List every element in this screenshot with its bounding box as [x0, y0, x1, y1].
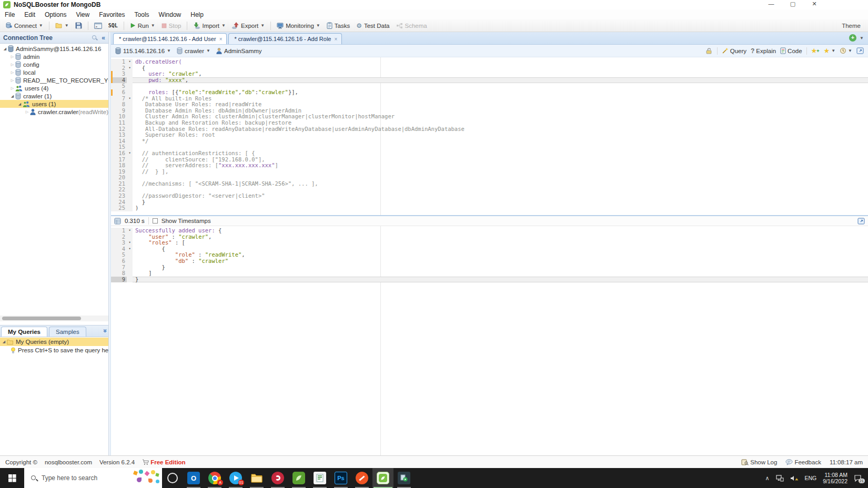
minimize-button[interactable]: —: [766, 1, 776, 7]
taskbar-app-explorer-icon[interactable]: [246, 468, 267, 488]
taskbar-search-box[interactable]: Type here to search: [24, 468, 162, 488]
taskbar-app-app-teal-icon[interactable]: [393, 468, 415, 488]
connect-button[interactable]: Connect▼: [2, 21, 46, 30]
collapsed-arrow-icon[interactable]: ▷: [9, 70, 15, 75]
expanded-arrow-icon[interactable]: ◢: [1, 340, 7, 344]
import-button[interactable]: Import▼: [190, 21, 229, 30]
breadcrumb-database[interactable]: crawler▼: [177, 47, 210, 54]
editor-tab-2[interactable]: * crawler@115.146.126.16 - Add Role×: [228, 33, 342, 44]
breadcrumb-server[interactable]: 115.146.126.16▼: [115, 47, 171, 54]
schema-button[interactable]: Schema: [393, 22, 430, 30]
close-button[interactable]: ✕: [809, 1, 820, 7]
expanded-arrow-icon[interactable]: ◢: [2, 47, 8, 51]
collapse-sidebar-icon[interactable]: «: [102, 34, 105, 42]
taskbar-app-app-red-icon[interactable]: [267, 468, 288, 488]
show-log-button[interactable]: Show Log: [741, 459, 777, 465]
maximize-results-icon[interactable]: [857, 218, 865, 225]
fold-arrow-icon[interactable]: ▾: [127, 96, 133, 102]
code-button[interactable]: Code: [780, 47, 802, 54]
search-icon[interactable]: [92, 35, 97, 40]
stop-button[interactable]: Stop: [158, 22, 185, 30]
menu-item-view[interactable]: View: [71, 11, 94, 18]
test-data-button[interactable]: ⚙ Test Data: [353, 22, 392, 30]
history-button[interactable]: ▼: [840, 47, 852, 54]
sql-button[interactable]: SQL: [105, 22, 121, 29]
tab-close-icon[interactable]: ×: [335, 36, 338, 42]
tree-item-users-1[interactable]: ◢users (1): [0, 100, 108, 108]
tab-close-icon[interactable]: ×: [219, 36, 223, 42]
free-edition-badge[interactable]: Free Edition: [142, 459, 185, 465]
start-button[interactable]: [0, 468, 24, 488]
open-button[interactable]: ▼: [52, 22, 72, 29]
tree-item-local[interactable]: ▷local: [0, 68, 108, 76]
breadcrumb-user[interactable]: AdminSammy: [216, 48, 262, 54]
language-indicator[interactable]: ENG: [805, 475, 817, 481]
taskbar-app-app-green-icon[interactable]: [288, 468, 309, 488]
query-button[interactable]: Query: [722, 47, 746, 54]
save-button[interactable]: [72, 21, 85, 30]
queries-hint-item[interactable]: Press Ctrl+S to save the query here: [0, 346, 108, 354]
fold-arrow-icon[interactable]: ▾: [127, 246, 133, 252]
fold-arrow-icon[interactable]: ▾: [127, 228, 133, 234]
queries-tab-samples[interactable]: Samples: [49, 327, 86, 337]
taskbar-app-telegram-icon[interactable]: 01: [225, 468, 246, 488]
taskbar-app-cortana-icon[interactable]: [162, 468, 183, 488]
tasks-button[interactable]: Tasks: [324, 21, 353, 30]
fold-arrow-icon[interactable]: ▾: [127, 150, 133, 157]
collapsed-arrow-icon[interactable]: ▷: [9, 55, 15, 59]
maximize-button[interactable]: ▢: [788, 1, 798, 7]
expanded-arrow-icon[interactable]: ◢: [17, 102, 23, 106]
tree-item-admin[interactable]: ▷admin: [0, 53, 108, 60]
network-icon[interactable]: [776, 475, 784, 482]
collapsed-arrow-icon[interactable]: ▷: [24, 110, 30, 114]
taskbar-app-notepad-icon[interactable]: [309, 468, 330, 488]
tab-list-dropdown-icon[interactable]: ▼: [860, 36, 864, 40]
menu-item-tools[interactable]: Tools: [130, 11, 154, 18]
taskbar-app-photoshop-icon[interactable]: Ps: [330, 468, 351, 488]
results-panel[interactable]: 1▾Successfully added user: {2 "user" : "…: [111, 226, 868, 455]
menu-item-help[interactable]: Help: [186, 11, 208, 18]
maximize-editor-icon[interactable]: [856, 47, 864, 54]
action-center-icon[interactable]: 21: [854, 474, 863, 482]
menu-item-options[interactable]: Options: [40, 11, 71, 18]
run-button[interactable]: Run▼: [127, 22, 158, 30]
taskbar-app-app-orange-icon[interactable]: [351, 468, 372, 488]
explain-button[interactable]: ? Explain: [751, 47, 776, 55]
menu-item-file[interactable]: File: [0, 11, 19, 18]
sidebar-horizontal-scrollbar[interactable]: [0, 316, 108, 321]
fold-arrow-icon[interactable]: ▾: [127, 59, 133, 65]
volume-warning-icon[interactable]: !: [790, 475, 799, 482]
editor-tab-1[interactable]: * crawler@115.146.126.16 - Add User×: [113, 33, 227, 44]
taskbar-app-outlook-icon[interactable]: O: [183, 468, 204, 488]
taskbar-app-chrome-icon[interactable]: A: [204, 468, 225, 488]
new-tab-button[interactable]: +: [849, 34, 856, 42]
expanded-arrow-icon[interactable]: ◢: [9, 94, 15, 98]
queries-panel-chevron-icon[interactable]: »: [102, 329, 109, 333]
tray-overflow-chevron-icon[interactable]: ∧: [765, 475, 769, 482]
tree-item-config[interactable]: ▷config: [0, 60, 108, 68]
fold-arrow-icon[interactable]: ▾: [127, 65, 133, 72]
collapsed-arrow-icon[interactable]: ▷: [9, 78, 15, 83]
taskbar-app-nosqlbooster-icon[interactable]: [372, 468, 393, 488]
tree-item-read-me-to-recover-your[interactable]: ▷READ__ME_TO_RECOVER_YOUR_: [0, 76, 108, 84]
add-favorite-button[interactable]: ★+: [811, 47, 820, 55]
favorites-button[interactable]: ★▼: [824, 47, 836, 55]
script-editor[interactable]: 1▾db.createUser(2▾ {3 user: "crawler",4 …: [111, 57, 868, 215]
export-button[interactable]: Export▼: [229, 21, 268, 30]
collapsed-arrow-icon[interactable]: ▷: [9, 86, 15, 90]
tree-item-users-4[interactable]: ▷users (4): [0, 84, 108, 92]
site-link[interactable]: nosqlbooster.com: [45, 459, 92, 465]
theme-button[interactable]: Theme: [842, 23, 861, 29]
queries-tab-my-queries[interactable]: My Queries: [1, 327, 47, 337]
menu-item-edit[interactable]: Edit: [19, 11, 40, 18]
tree-item-crawler-crawler[interactable]: ▷crawler.crawler (readWrite): [0, 108, 108, 116]
monitoring-button[interactable]: Monitoring▼: [274, 22, 324, 30]
show-timestamps-checkbox[interactable]: [153, 218, 158, 223]
collapsed-arrow-icon[interactable]: ▷: [9, 63, 15, 67]
readonly-lock-icon[interactable]: [705, 48, 713, 54]
my-queries-root-item[interactable]: ◢My Queries (empty): [0, 338, 108, 346]
menu-item-favorites[interactable]: Favorites: [94, 11, 129, 18]
taskbar-clock[interactable]: 11:08 AM 9/16/2022: [823, 472, 847, 484]
fold-arrow-icon[interactable]: ▾: [127, 240, 133, 246]
tree-item-adminsammy-115-146-126-16[interactable]: ◢AdminSammy@115.146.126.16: [0, 45, 108, 53]
